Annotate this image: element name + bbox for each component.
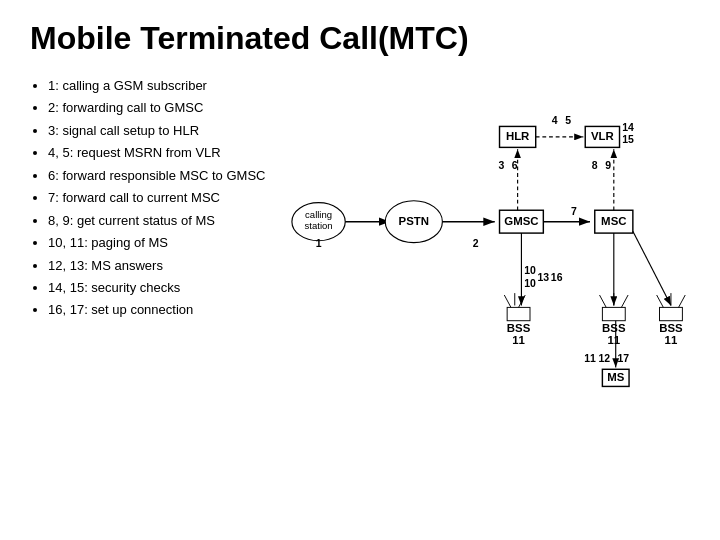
svg-rect-10 (507, 307, 530, 320)
diagram-area: calling station 1 PSTN 2 (290, 75, 690, 435)
bss1-label: BSS (507, 322, 531, 334)
msc-node: MSC (595, 210, 633, 233)
hlr-label: HLR (506, 130, 529, 142)
label-9: 9 (605, 160, 611, 171)
bullet-items: 1: calling a GSM subscriber2: forwarding… (30, 75, 290, 321)
svg-line-17 (621, 295, 628, 307)
diagram-svg: calling station 1 PSTN 2 (290, 75, 690, 435)
vlr-label: VLR (591, 130, 614, 142)
label-1: 1 (316, 238, 322, 249)
bullet-list: 1: calling a GSM subscriber2: forwarding… (30, 75, 290, 322)
bullet-item-2: 2: forwarding call to GMSC (48, 97, 290, 118)
bullet-item-6: 7: forward call to current MSC (48, 187, 290, 208)
arrow-msc-bss3 (633, 231, 671, 305)
page-title: Mobile Terminated Call(MTC) (30, 20, 690, 57)
label-17: 17 (618, 353, 630, 364)
bss1-sublabel: 11 (512, 334, 525, 346)
msc-label: MSC (601, 215, 626, 227)
svg-rect-14 (602, 307, 625, 320)
page: Mobile Terminated Call(MTC) 1: calling a… (0, 0, 720, 540)
bss2-sublabel: 11 (607, 334, 620, 346)
svg-text:calling: calling (305, 209, 332, 220)
label-3: 3 (499, 160, 505, 171)
ms-label: MS (607, 371, 625, 383)
bullet-item-8: 10, 11: paging of MS (48, 232, 290, 253)
bullet-item-1: 1: calling a GSM subscriber (48, 75, 290, 96)
bullet-item-10: 14, 15: security checks (48, 277, 290, 298)
label-2: 2 (473, 238, 479, 249)
label-7: 7 (571, 206, 577, 217)
pstn-label: PSTN (399, 215, 429, 227)
label-14: 14 (622, 122, 634, 133)
label-8: 8 (592, 160, 598, 171)
label-12: 12 (598, 353, 610, 364)
label-4: 4 (552, 115, 558, 126)
label-5: 5 (565, 115, 571, 126)
bss3-sublabel: 11 (665, 334, 678, 346)
pstn-node: PSTN (385, 201, 442, 243)
bullet-item-3: 3: signal call setup to HLR (48, 120, 290, 141)
bullet-item-7: 8, 9: get current status of MS (48, 210, 290, 231)
svg-line-21 (679, 295, 686, 307)
label-16: 16 (551, 272, 563, 283)
label-10b: 10 (524, 278, 536, 289)
label-6: 6 (512, 160, 518, 171)
label-13: 13 (538, 272, 550, 283)
bullet-item-11: 16, 17: set up connection (48, 299, 290, 320)
svg-line-15 (600, 295, 607, 307)
bullet-item-5: 6: forward responsible MSC to GMSC (48, 165, 290, 186)
svg-rect-18 (660, 307, 683, 320)
svg-line-19 (657, 295, 664, 307)
bss2-label: BSS (602, 322, 626, 334)
label-15: 15 (622, 134, 634, 145)
svg-text:station: station (305, 220, 333, 231)
vlr-node: VLR (585, 126, 619, 147)
content-area: 1: calling a GSM subscriber2: forwarding… (30, 75, 690, 435)
bss3-node: BSS 11 (657, 293, 686, 346)
label-11: 11 (584, 353, 596, 364)
gmsc-node: GMSC (500, 210, 544, 233)
label-10a: 10 (524, 265, 536, 276)
calling-station-node: calling station (292, 203, 345, 241)
bss3-label: BSS (659, 322, 683, 334)
hlr-node: HLR (500, 126, 536, 147)
bss1-node: BSS 11 (504, 293, 530, 346)
gmsc-label: GMSC (504, 215, 538, 227)
bullet-item-4: 4, 5: request MSRN from VLR (48, 142, 290, 163)
svg-line-11 (504, 295, 511, 307)
bullet-item-9: 12, 13: MS answers (48, 255, 290, 276)
ms-node: MS (602, 369, 629, 386)
